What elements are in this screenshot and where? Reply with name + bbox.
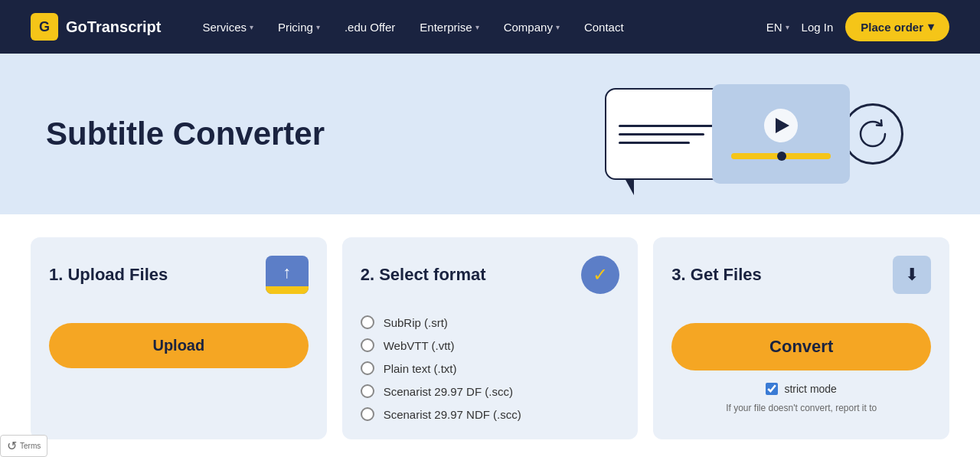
main-content: 1. Upload Files ↑ Upload 2. Select forma… xyxy=(0,214,980,457)
get-files-card-header: 3. Get Files ⬇ xyxy=(671,256,931,294)
upload-files-card: 1. Upload Files ↑ Upload xyxy=(31,237,327,439)
hero-illustration xyxy=(605,84,903,184)
refresh-icon xyxy=(842,103,903,165)
format-item-txt[interactable]: Plain text (.txt) xyxy=(361,361,620,375)
get-files-note: If your file doesn't convert, report it … xyxy=(671,403,931,413)
strict-mode-label: strict mode xyxy=(784,383,836,395)
speech-bubble-icon xyxy=(605,88,727,180)
nav-enterprise[interactable]: Enterprise ▾ xyxy=(409,15,489,40)
nav-company[interactable]: Company ▾ xyxy=(493,15,570,40)
play-button-icon xyxy=(764,109,798,142)
radio-srt[interactable] xyxy=(361,315,374,329)
format-card-header: 2. Select format ✓ xyxy=(361,256,620,294)
services-chevron-icon: ▾ xyxy=(250,23,253,31)
format-item-scc-ndf[interactable]: Scenarist 29.97 NDF (.scc) xyxy=(361,407,620,421)
nav-right: EN ▾ Log In Place order ▾ xyxy=(766,12,949,41)
radio-vtt[interactable] xyxy=(361,338,374,352)
logo-link[interactable]: G GoTranscript xyxy=(31,13,161,41)
nav-pricing[interactable]: Pricing ▾ xyxy=(267,15,331,40)
video-card-icon xyxy=(712,84,850,184)
login-link[interactable]: Log In xyxy=(802,21,834,34)
strict-mode-checkbox[interactable] xyxy=(766,383,778,395)
upload-icon: ↑ xyxy=(266,256,309,294)
video-progress-icon xyxy=(731,153,831,159)
nav-contact[interactable]: Contact xyxy=(573,15,635,40)
recaptcha-icon: ↺ xyxy=(7,439,17,453)
language-selector[interactable]: EN ▾ xyxy=(766,21,789,34)
strict-mode-row: strict mode xyxy=(671,383,931,395)
pricing-chevron-icon: ▾ xyxy=(316,23,320,31)
lang-chevron-icon: ▾ xyxy=(786,23,789,31)
upload-button[interactable]: Upload xyxy=(49,323,309,368)
format-item-vtt[interactable]: WebVTT (.vtt) xyxy=(361,338,620,352)
convert-button[interactable]: Convert xyxy=(671,323,931,370)
upload-card-header: 1. Upload Files ↑ xyxy=(49,256,309,294)
nav-services[interactable]: Services ▾ xyxy=(191,15,264,40)
navbar: G GoTranscript Services ▾ Pricing ▾ .edu… xyxy=(0,0,980,54)
check-icon: ✓ xyxy=(581,256,619,294)
enterprise-chevron-icon: ▾ xyxy=(475,23,479,31)
format-list: SubRip (.srt) WebVTT (.vtt) Plain text (… xyxy=(361,315,620,421)
hero-section: Subtitle Converter xyxy=(0,54,980,214)
radio-scc-df[interactable] xyxy=(361,384,374,398)
radio-scc-ndf[interactable] xyxy=(361,407,374,421)
format-item-srt[interactable]: SubRip (.srt) xyxy=(361,315,620,329)
upload-card-title: 1. Upload Files xyxy=(49,265,168,285)
logo-icon: G xyxy=(31,13,58,41)
recaptcha-label: Terms xyxy=(20,442,41,450)
place-order-chevron-icon: ▾ xyxy=(928,20,934,34)
format-card-title: 2. Select format xyxy=(361,265,486,285)
radio-txt[interactable] xyxy=(361,361,374,375)
nav-edu-offer[interactable]: .edu Offer xyxy=(334,15,406,40)
logo-text: GoTranscript xyxy=(66,18,161,36)
select-format-card: 2. Select format ✓ SubRip (.srt) WebVTT … xyxy=(342,237,639,439)
company-chevron-icon: ▾ xyxy=(556,23,560,31)
nav-links: Services ▾ Pricing ▾ .edu Offer Enterpri… xyxy=(191,15,766,40)
get-files-card-title: 3. Get Files xyxy=(671,265,761,285)
place-order-button[interactable]: Place order ▾ xyxy=(845,12,949,41)
recaptcha-badge: ↺ Terms xyxy=(0,435,47,457)
format-item-scc-df[interactable]: Scenarist 29.97 DF (.scc) xyxy=(361,384,620,398)
get-files-card: 3. Get Files ⬇ Convert strict mode If yo… xyxy=(653,237,949,439)
download-icon: ⬇ xyxy=(893,256,931,294)
page-title: Subtitle Converter xyxy=(46,115,325,153)
